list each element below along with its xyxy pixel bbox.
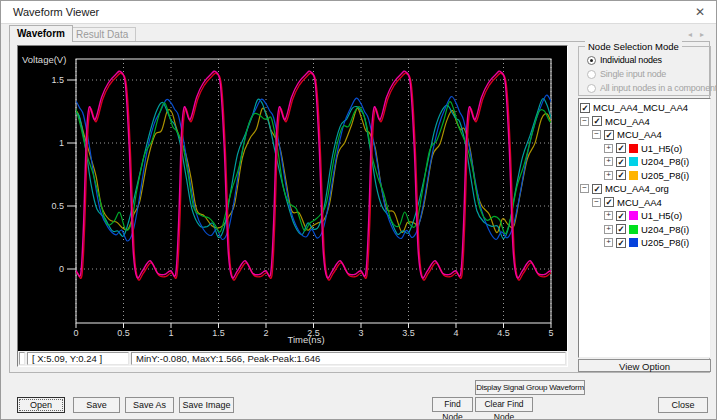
tree-item-label[interactable]: U205_P8(i) bbox=[641, 170, 689, 181]
radio-label: All input nodes in a component bbox=[600, 83, 717, 93]
expand-icon[interactable]: + bbox=[604, 225, 613, 234]
radio-label: Individual nodes bbox=[600, 55, 662, 65]
tab-result-data[interactable]: Result Data bbox=[68, 27, 136, 41]
tree-item-label[interactable]: MCU_AA4 bbox=[605, 116, 650, 127]
tree-item-label[interactable]: U204_P8(i) bbox=[641, 224, 689, 235]
svg-text:1.5: 1.5 bbox=[51, 75, 64, 85]
svg-text:1: 1 bbox=[59, 138, 64, 148]
radio-option-all-input-nodes-in-a-component: All input nodes in a component bbox=[587, 81, 710, 95]
radio-option-single-input-node: Single input node bbox=[587, 67, 710, 81]
svg-text:4.5: 4.5 bbox=[497, 328, 510, 338]
tree-item-mcu-aa4[interactable]: −✓MCU_AA4 bbox=[579, 196, 710, 210]
plot-status-bar: [ X:5.09, Y:0.24 ] MinY:-0.080, MaxY:1.5… bbox=[18, 351, 567, 366]
display-signal-group-waveform-button[interactable]: Display Signal Group Waveform bbox=[475, 380, 585, 395]
svg-text:3.5: 3.5 bbox=[402, 328, 415, 338]
node-selection-mode-group: Node Selection Mode Individual nodesSing… bbox=[578, 46, 711, 96]
cursor-position-readout: [ X:5.09, Y:0.24 ] bbox=[27, 352, 129, 365]
tree-item-label[interactable]: MCU_AA4_org bbox=[605, 183, 669, 194]
waveform-stats-readout: MinY:-0.080, MaxY:1.566, Peak-Peak:1.646 bbox=[131, 352, 566, 365]
node-selection-options: Individual nodesSingle input nodeAll inp… bbox=[579, 53, 710, 95]
svg-text:1: 1 bbox=[168, 328, 173, 338]
svg-text:0: 0 bbox=[59, 264, 64, 274]
tree-item-label[interactable]: MCU_AA4_MCU_AA4 bbox=[593, 102, 688, 113]
tree-item-u205-p8-i[interactable]: +✓U205_P8(i) bbox=[579, 169, 710, 183]
tab-strip: Waveform Result Data bbox=[9, 24, 409, 42]
window-title: Waveform Viewer bbox=[13, 6, 99, 18]
color-swatch bbox=[629, 144, 638, 153]
view-option-button[interactable]: View Option bbox=[578, 359, 711, 372]
collapse-icon[interactable]: − bbox=[592, 130, 601, 139]
collapse-icon[interactable]: − bbox=[592, 198, 601, 207]
tree-item-mcu-aa4-mcu-aa4[interactable]: ✓MCU_AA4_MCU_AA4 bbox=[579, 101, 710, 115]
tree-item-mcu-aa4[interactable]: −✓MCU_AA4 bbox=[579, 115, 710, 129]
group-title: Node Selection Mode bbox=[585, 41, 682, 52]
tree-item-u1-h5-o[interactable]: +✓U1_H5(o) bbox=[579, 142, 710, 156]
radio-icon[interactable] bbox=[587, 56, 596, 65]
tab-content-pane: 00.511.522.533.544.551.510.50Voltage(V)T… bbox=[9, 41, 710, 373]
color-swatch bbox=[629, 211, 638, 220]
checkbox-icon[interactable]: ✓ bbox=[616, 211, 626, 221]
checkbox-icon[interactable]: ✓ bbox=[592, 116, 602, 126]
waveform-plot-panel: 00.511.522.533.544.551.510.50Voltage(V)T… bbox=[17, 45, 568, 367]
save-button[interactable]: Save bbox=[73, 397, 120, 413]
expand-icon[interactable]: + bbox=[604, 171, 613, 180]
tree-item-u204-p8-i[interactable]: +✓U204_P8(i) bbox=[579, 223, 710, 237]
tab-waveform[interactable]: Waveform bbox=[9, 25, 73, 42]
collapse-icon[interactable]: − bbox=[580, 117, 589, 126]
clear-find-node-button[interactable]: Clear Find Node bbox=[475, 397, 533, 412]
save-as-button[interactable]: Save As bbox=[125, 397, 174, 413]
tree-item-u1-h5-o[interactable]: +✓U1_H5(o) bbox=[579, 209, 710, 223]
radio-icon bbox=[587, 84, 596, 93]
open-button[interactable]: Open bbox=[17, 397, 65, 413]
svg-text:3: 3 bbox=[358, 328, 363, 338]
expand-icon[interactable]: + bbox=[604, 211, 613, 220]
node-tree: ✓MCU_AA4_MCU_AA4−✓MCU_AA4−✓MCU_AA4+✓U1_H… bbox=[578, 98, 711, 358]
svg-text:0.5: 0.5 bbox=[51, 201, 64, 211]
tree-item-label[interactable]: U1_H5(o) bbox=[641, 210, 682, 221]
tree-item-label[interactable]: MCU_AA4 bbox=[617, 197, 662, 208]
tree-item-label[interactable]: U205_P8(i) bbox=[641, 237, 689, 248]
svg-text:0: 0 bbox=[73, 328, 78, 338]
radio-option-individual-nodes[interactable]: Individual nodes bbox=[587, 53, 710, 67]
save-image-button[interactable]: Save Image bbox=[179, 397, 234, 413]
tree-item-u204-p8-i[interactable]: +✓U204_P8(i) bbox=[579, 155, 710, 169]
find-node-button[interactable]: Find Node bbox=[432, 397, 473, 412]
radio-icon bbox=[587, 70, 596, 79]
checkbox-icon[interactable]: ✓ bbox=[616, 224, 626, 234]
checkbox-icon[interactable]: ✓ bbox=[592, 184, 602, 194]
close-button[interactable]: Close bbox=[658, 397, 708, 413]
expand-icon[interactable]: + bbox=[604, 157, 613, 166]
tab-scroll-right-icon[interactable]: ▸ bbox=[700, 30, 704, 39]
tree-item-mcu-aa4-org[interactable]: −✓MCU_AA4_org bbox=[579, 182, 710, 196]
svg-text:4: 4 bbox=[453, 328, 458, 338]
expand-icon[interactable]: + bbox=[604, 238, 613, 247]
status-grip bbox=[19, 352, 25, 365]
checkbox-icon[interactable]: ✓ bbox=[616, 170, 626, 180]
color-swatch bbox=[629, 157, 638, 166]
tree-item-label[interactable]: U204_P8(i) bbox=[641, 156, 689, 167]
close-icon[interactable]: ✕ bbox=[695, 5, 705, 19]
waveform-plot[interactable]: 00.511.522.533.544.551.510.50Voltage(V)T… bbox=[18, 46, 567, 351]
color-swatch bbox=[629, 171, 638, 180]
checkbox-icon[interactable]: ✓ bbox=[604, 197, 614, 207]
svg-text:0.5: 0.5 bbox=[117, 328, 130, 338]
tree-item-label[interactable]: MCU_AA4 bbox=[617, 129, 662, 140]
checkbox-icon[interactable]: ✓ bbox=[580, 103, 590, 113]
collapse-icon[interactable]: − bbox=[580, 184, 589, 193]
tab-scroll-left-icon[interactable]: ◂ bbox=[688, 30, 692, 39]
expand-icon[interactable]: + bbox=[604, 144, 613, 153]
svg-text:1.5: 1.5 bbox=[212, 328, 225, 338]
svg-text:5: 5 bbox=[548, 328, 553, 338]
checkbox-icon[interactable]: ✓ bbox=[616, 157, 626, 167]
titlebar: Waveform Viewer ✕ bbox=[1, 1, 716, 24]
radio-label: Single input node bbox=[600, 69, 666, 79]
tree-item-mcu-aa4[interactable]: −✓MCU_AA4 bbox=[579, 128, 710, 142]
svg-text:Voltage(V): Voltage(V) bbox=[22, 54, 66, 65]
tree-item-u205-p8-i[interactable]: +✓U205_P8(i) bbox=[579, 236, 710, 250]
checkbox-icon[interactable]: ✓ bbox=[616, 143, 626, 153]
checkbox-icon[interactable]: ✓ bbox=[616, 238, 626, 248]
tree-item-label[interactable]: U1_H5(o) bbox=[641, 143, 682, 154]
color-swatch bbox=[629, 238, 638, 247]
checkbox-icon[interactable]: ✓ bbox=[604, 130, 614, 140]
svg-text:2: 2 bbox=[263, 328, 268, 338]
